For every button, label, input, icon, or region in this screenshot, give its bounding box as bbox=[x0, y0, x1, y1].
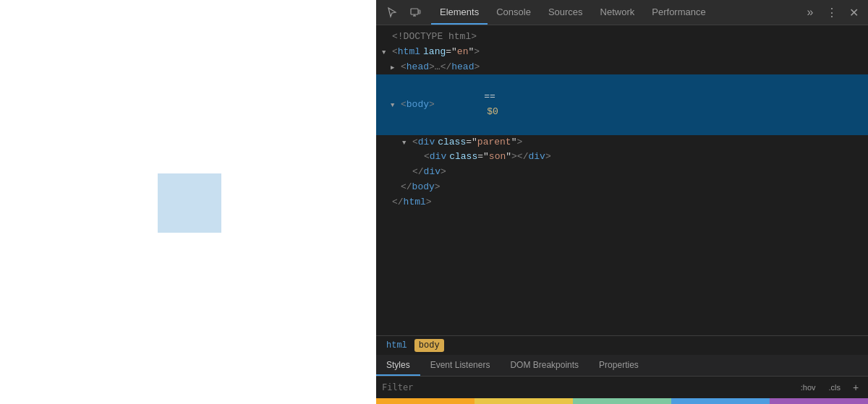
devtools-tabs: Elements Console Sources Network Perform… bbox=[431, 0, 796, 25]
filter-input[interactable] bbox=[382, 382, 792, 392]
bottom-panel: html body Styles Event Listeners DOM Bre… bbox=[376, 335, 868, 404]
devtools-toolbar: Elements Console Sources Network Perform… bbox=[376, 0, 868, 25]
filter-bar: :hov .cls + bbox=[376, 377, 868, 398]
html-triangle[interactable] bbox=[382, 48, 391, 56]
devtools-panel: Elements Console Sources Network Perform… bbox=[376, 0, 868, 404]
sub-tab-properties[interactable]: Properties bbox=[589, 355, 649, 376]
tab-sources[interactable]: Sources bbox=[540, 0, 592, 25]
svg-rect-0 bbox=[411, 9, 418, 14]
color-performance-bar bbox=[376, 398, 868, 404]
parent-triangle[interactable] bbox=[402, 138, 411, 147]
code-line-html-close[interactable]: </html> bbox=[376, 195, 868, 210]
sub-tab-dom-breakpoints[interactable]: DOM Breakpoints bbox=[500, 355, 589, 376]
devtools-menu-button[interactable]: ⋮ bbox=[822, 2, 842, 22]
code-line-body-close[interactable]: </body> bbox=[376, 180, 868, 195]
tab-elements[interactable]: Elements bbox=[431, 0, 488, 25]
code-line-head[interactable]: <head>…</head> bbox=[376, 60, 868, 75]
page-preview bbox=[0, 0, 376, 404]
toolbar-right: » ⋮ ✕ bbox=[796, 2, 868, 22]
breadcrumb-bar: html body bbox=[376, 336, 868, 355]
device-toolbar-button[interactable] bbox=[405, 2, 425, 22]
close-devtools-button[interactable]: ✕ bbox=[843, 2, 864, 22]
add-style-rule-button[interactable]: + bbox=[849, 381, 862, 394]
code-line-body[interactable]: <body> == $0 bbox=[376, 74, 868, 134]
sub-tabs-bar: Styles Event Listeners DOM Breakpoints P… bbox=[376, 355, 868, 377]
code-line-doctype[interactable]: <!DOCTYPE html> bbox=[376, 30, 868, 45]
inspect-element-button[interactable] bbox=[382, 2, 402, 22]
head-triangle[interactable] bbox=[391, 63, 399, 72]
sub-tab-event-listeners[interactable]: Event Listeners bbox=[420, 355, 501, 376]
breadcrumb-body[interactable]: body bbox=[414, 339, 444, 352]
breadcrumb-html[interactable]: html bbox=[382, 339, 412, 352]
code-line-div-son[interactable]: <div class="son" ></div> bbox=[376, 150, 868, 165]
tab-console[interactable]: Console bbox=[488, 0, 540, 25]
body-triangle[interactable] bbox=[391, 100, 399, 109]
tab-performance[interactable]: Performance bbox=[643, 0, 714, 25]
toolbar-icons bbox=[376, 2, 431, 22]
code-line-div-parent[interactable]: <div class="parent" > bbox=[376, 135, 868, 150]
svg-rect-1 bbox=[419, 10, 420, 14]
elements-panel: <!DOCTYPE html> <html lang="en" > <head>… bbox=[376, 25, 868, 335]
cls-filter-button[interactable]: .cls bbox=[825, 382, 846, 393]
preview-blue-box bbox=[158, 173, 221, 233]
code-line-html[interactable]: <html lang="en" > bbox=[376, 45, 868, 60]
more-tabs-button[interactable]: » bbox=[800, 2, 820, 22]
sub-tab-styles[interactable]: Styles bbox=[376, 355, 420, 376]
tab-network[interactable]: Network bbox=[592, 0, 644, 25]
code-line-div-parent-close[interactable]: </div> bbox=[376, 165, 868, 180]
hov-filter-button[interactable]: :hov bbox=[796, 382, 820, 393]
